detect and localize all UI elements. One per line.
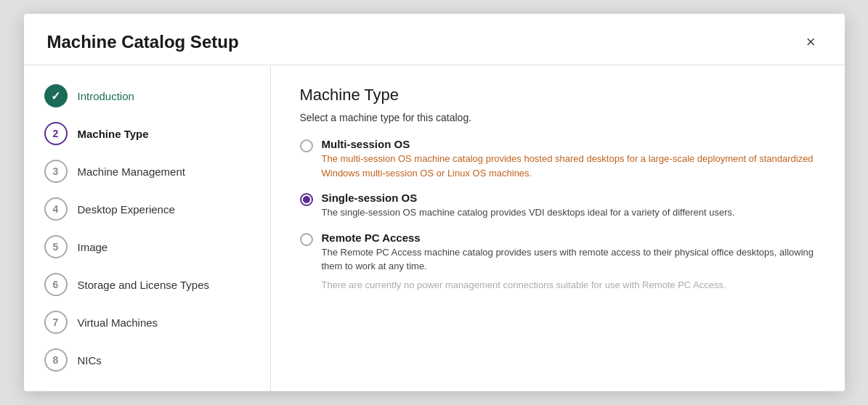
main-content: Machine Type Select a machine type for t…	[271, 65, 845, 391]
step-indicator-6: 6	[44, 273, 68, 296]
option-text-single-session: Single-session OS The single-session OS …	[322, 192, 816, 220]
radio-single-session[interactable]	[300, 193, 313, 206]
sidebar-label-machine-type: Machine Type	[78, 128, 149, 140]
dialog-title: Machine Catalog Setup	[47, 32, 239, 52]
sidebar-item-introduction[interactable]: ✓ Introduction	[24, 77, 270, 115]
option-label-single-session: Single-session OS	[322, 192, 816, 204]
radio-outer-multi-session	[300, 139, 313, 152]
sidebar-item-storage-license[interactable]: 6 Storage and License Types	[24, 266, 270, 303]
option-desc-single-session: The single-session OS machine catalog pr…	[322, 205, 816, 220]
sidebar-label-machine-management: Machine Management	[78, 165, 185, 178]
step-indicator-7: 7	[44, 311, 68, 334]
step-number-4: 4	[53, 203, 59, 215]
option-text-remote-pc: Remote PC Access The Remote PC Access ma…	[322, 232, 816, 292]
step-indicator-5: 5	[44, 235, 68, 258]
section-subtitle: Select a machine type for this catalog.	[300, 112, 816, 123]
radio-remote-pc[interactable]	[300, 233, 313, 246]
sidebar-item-image[interactable]: 5 Image	[24, 228, 270, 266]
option-text-multi-session: Multi-session OS The multi-session OS ma…	[322, 138, 816, 180]
section-title: Machine Type	[300, 86, 816, 105]
sidebar-item-machine-management[interactable]: 3 Machine Management	[24, 152, 270, 190]
sidebar-item-nics[interactable]: 8 NICs	[24, 341, 270, 379]
option-desc-remote-pc: The Remote PC Access machine catalog pro…	[322, 245, 816, 274]
step-number-8: 8	[53, 354, 59, 366]
step-number-6: 6	[53, 279, 59, 290]
close-button[interactable]: ×	[800, 31, 822, 53]
radio-inner-single-session	[303, 196, 310, 203]
step-number-3: 3	[53, 165, 59, 177]
sidebar-item-virtual-machines[interactable]: 7 Virtual Machines	[24, 303, 270, 341]
sidebar-label-introduction: Introduction	[78, 90, 134, 102]
option-multi-session[interactable]: Multi-session OS The multi-session OS ma…	[300, 138, 816, 180]
checkmark-icon: ✓	[51, 89, 60, 103]
sidebar-label-virtual-machines: Virtual Machines	[78, 316, 158, 329]
sidebar: ✓ Introduction 2 Machine Type 3 Machine …	[24, 65, 271, 391]
machine-catalog-dialog: Machine Catalog Setup × ✓ Introduction 2…	[24, 14, 845, 391]
option-label-multi-session: Multi-session OS	[322, 138, 816, 150]
radio-outer-remote-pc	[300, 233, 313, 246]
step-number-2: 2	[53, 128, 59, 139]
option-single-session[interactable]: Single-session OS The single-session OS …	[300, 192, 816, 220]
step-number-7: 7	[53, 316, 59, 328]
radio-outer-single-session	[300, 193, 313, 206]
radio-multi-session[interactable]	[300, 139, 313, 152]
dialog-body: ✓ Introduction 2 Machine Type 3 Machine …	[24, 65, 845, 391]
step-indicator-4: 4	[44, 197, 68, 221]
option-remote-pc[interactable]: Remote PC Access The Remote PC Access ma…	[300, 232, 816, 292]
step-indicator-1: ✓	[44, 84, 68, 107]
step-number-5: 5	[53, 241, 59, 253]
step-indicator-3: 3	[44, 160, 68, 183]
step-indicator-2: 2	[44, 122, 68, 145]
machine-type-options: Multi-session OS The multi-session OS ma…	[300, 138, 816, 292]
option-note-remote-pc: There are currently no power management …	[322, 278, 816, 292]
option-desc-multi-session: The multi-session OS machine catalog pro…	[322, 152, 816, 180]
dialog-header: Machine Catalog Setup ×	[24, 14, 845, 65]
sidebar-label-image: Image	[78, 241, 108, 253]
sidebar-item-machine-type[interactable]: 2 Machine Type	[24, 115, 270, 152]
option-label-remote-pc: Remote PC Access	[322, 232, 816, 244]
sidebar-label-nics: NICs	[78, 354, 102, 367]
sidebar-item-desktop-experience[interactable]: 4 Desktop Experience	[24, 190, 270, 228]
sidebar-label-storage-license: Storage and License Types	[78, 279, 210, 291]
sidebar-label-desktop-experience: Desktop Experience	[78, 203, 175, 216]
step-indicator-8: 8	[44, 348, 68, 372]
